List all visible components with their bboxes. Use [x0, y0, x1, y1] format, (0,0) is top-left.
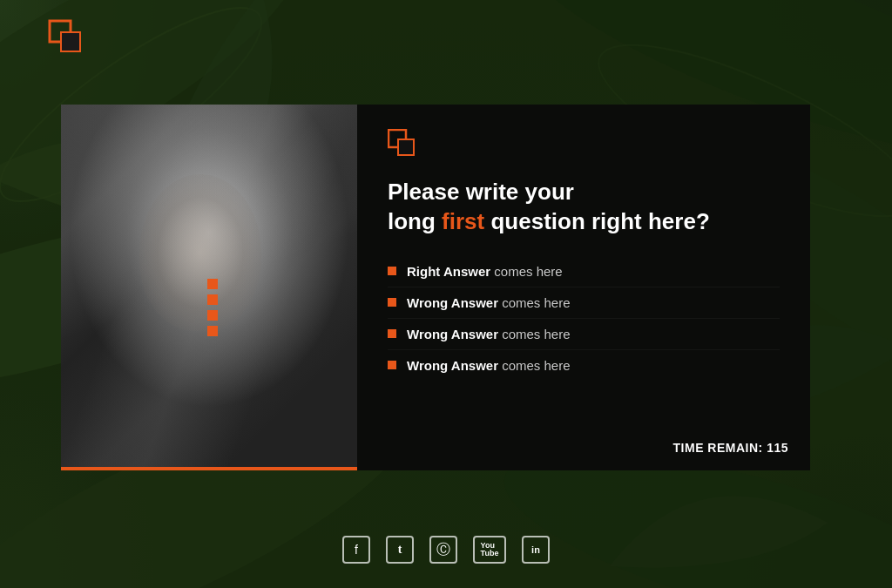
svg-rect-14 — [399, 140, 413, 154]
answer-bullet-2 — [388, 298, 396, 307]
orange-dot-1 — [207, 279, 218, 289]
answer-label-3: Wrong Answer comes here — [407, 327, 571, 341]
orange-dot-4 — [207, 326, 218, 336]
orange-dot-2 — [207, 294, 218, 305]
card-logo — [388, 129, 780, 166]
tumblr-icon[interactable]: t — [386, 536, 414, 564]
answers-list: Right Answer comes here Wrong Answer com… — [388, 256, 780, 381]
question-text: Please write your long first question ri… — [388, 178, 780, 237]
youtube-icon[interactable]: YouTube — [473, 536, 506, 564]
question-line1: Please write your — [388, 179, 574, 205]
answer-bold-4: Wrong Answer — [407, 358, 498, 373]
quiz-card: Please write your long first question ri… — [61, 105, 810, 470]
portrait-area — [61, 105, 357, 470]
timer: TIME REMAIN: 115 — [673, 441, 788, 455]
social-bar: f t Ⓒ YouTube in — [342, 536, 550, 564]
orange-dot-3 — [207, 310, 218, 321]
question-line2-before: long — [388, 208, 442, 234]
orange-decorators — [207, 279, 218, 336]
answer-label-1: Right Answer comes here — [407, 264, 563, 279]
answer-label-4: Wrong Answer comes here — [407, 358, 571, 373]
card-content: Please write your long first question ri… — [357, 105, 810, 470]
instagram-icon[interactable]: Ⓒ — [429, 536, 457, 564]
svg-rect-11 — [62, 33, 79, 51]
answer-option-2[interactable]: Wrong Answer comes here — [388, 287, 780, 319]
answer-option-1[interactable]: Right Answer comes here — [388, 256, 780, 287]
answer-bold-3: Wrong Answer — [407, 327, 498, 341]
image-accent-bar — [61, 467, 357, 470]
answer-option-3[interactable]: Wrong Answer comes here — [388, 319, 780, 350]
facebook-icon[interactable]: f — [342, 536, 370, 564]
answer-bullet-4 — [388, 361, 396, 369]
linkedin-icon[interactable]: in — [522, 536, 550, 564]
top-logo — [48, 19, 88, 63]
question-highlight: first — [442, 208, 484, 234]
answer-bullet-3 — [388, 329, 396, 338]
answer-label-2: Wrong Answer comes here — [407, 295, 571, 310]
answer-option-4[interactable]: Wrong Answer comes here — [388, 350, 780, 381]
answer-bold-2: Wrong Answer — [407, 295, 498, 310]
timer-label: TIME REMAIN: — [673, 441, 767, 455]
question-line3: question right here? — [484, 208, 710, 234]
answer-bullet-1 — [388, 267, 396, 275]
answer-bold-1: Right Answer — [407, 264, 490, 279]
timer-value: 115 — [767, 441, 788, 455]
